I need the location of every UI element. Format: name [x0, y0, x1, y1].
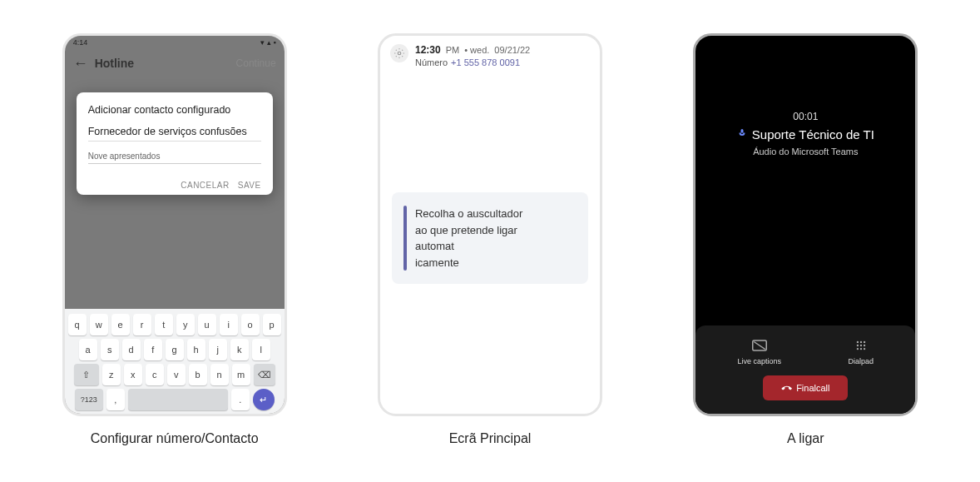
- continue-button[interactable]: Continue: [236, 57, 276, 69]
- key-h[interactable]: h: [187, 339, 205, 360]
- key-c[interactable]: c: [146, 364, 164, 385]
- cancel-button[interactable]: CANCELAR: [181, 181, 229, 190]
- number-row: Número +1 555 878 0091: [415, 57, 530, 67]
- topbar-main: 12:30 PM • wed. 09/21/22 Número +1 555 8…: [380, 36, 600, 76]
- gear-icon[interactable]: [390, 44, 408, 62]
- date-prefix: • wed.: [464, 45, 489, 55]
- dialpad-label: Dialpad: [849, 357, 874, 365]
- modal-title: Adicionar contacto configurado: [88, 104, 261, 116]
- ampm: PM: [446, 45, 460, 55]
- time-row: 12:30 PM • wed. 09/21/22: [415, 44, 530, 56]
- svg-point-6: [857, 345, 859, 346]
- key-shift[interactable]: ⇧: [74, 364, 99, 385]
- dialpad-icon: [853, 337, 869, 354]
- add-contact-modal: Adicionar contacto configurado Fornecedo…: [77, 92, 273, 195]
- key-enter[interactable]: ↵: [253, 389, 275, 410]
- svg-point-9: [857, 348, 859, 350]
- number-value: +1 555 878 0091: [451, 57, 520, 67]
- key-g[interactable]: g: [166, 339, 184, 360]
- key-period[interactable]: .: [231, 389, 250, 410]
- end-call-button[interactable]: Finalcall: [763, 375, 848, 400]
- key-n[interactable]: n: [210, 364, 229, 385]
- key-q[interactable]: q: [68, 314, 87, 335]
- panel-calling: 00:01 Suporte Técnico de TI Áudio do Mic…: [693, 33, 918, 446]
- key-z[interactable]: z: [102, 364, 121, 385]
- live-captions-label: Live captions: [738, 357, 782, 365]
- svg-point-4: [860, 341, 862, 343]
- key-r[interactable]: r: [133, 314, 151, 335]
- key-symbols[interactable]: ?123: [75, 389, 103, 410]
- number-label: Número: [415, 57, 448, 67]
- dialpad-button[interactable]: Dialpad: [849, 337, 874, 365]
- modal-field[interactable]: Nove apresentados: [88, 152, 261, 164]
- svg-point-0: [398, 52, 401, 55]
- key-comma[interactable]: ,: [106, 389, 125, 410]
- topbar: ← Hotline Continue: [65, 49, 285, 77]
- key-d[interactable]: d: [122, 339, 141, 360]
- svg-point-7: [860, 345, 862, 346]
- status-time: 4:14: [73, 38, 88, 47]
- date: 09/21/22: [494, 45, 530, 55]
- key-i[interactable]: i: [220, 314, 238, 335]
- caption-calling: A ligar: [787, 431, 824, 446]
- svg-point-3: [857, 341, 859, 343]
- svg-point-11: [864, 348, 865, 350]
- key-row-2: a s d f g h j k l: [68, 339, 281, 360]
- captions-icon: [751, 337, 768, 354]
- key-row-3: ⇧ z x c v b n m ⌫: [68, 364, 281, 385]
- key-space[interactable]: [128, 389, 228, 410]
- key-a[interactable]: a: [79, 339, 97, 360]
- call-name-row: Suporte Técnico de TI: [695, 127, 915, 142]
- status-bar: 4:14 ▾ ▴ ▪: [65, 36, 285, 49]
- key-s[interactable]: s: [101, 339, 119, 360]
- call-subtitle: Áudio do Microsoft Teams: [695, 147, 915, 157]
- phone-configure: 4:14 ▾ ▴ ▪ ← Hotline Continue Adicionar …: [62, 33, 287, 416]
- key-row-4: ?123 , . ↵: [68, 389, 281, 410]
- key-t[interactable]: t: [155, 314, 173, 335]
- key-e[interactable]: e: [111, 314, 130, 335]
- card-accent-bar: [403, 206, 407, 271]
- back-icon[interactable]: ←: [73, 55, 88, 72]
- key-x[interactable]: x: [124, 364, 142, 385]
- modal-actions: CANCELAR SAVE: [88, 181, 261, 190]
- phone-calling: 00:01 Suporte Técnico de TI Áudio do Mic…: [693, 33, 918, 416]
- key-row-1: q w e r t y u i o p: [68, 314, 281, 335]
- key-b[interactable]: b: [189, 364, 207, 385]
- key-y[interactable]: y: [176, 314, 195, 335]
- call-name: Suporte Técnico de TI: [752, 127, 874, 142]
- instruction-card: Recolha o auscultador ao que pretende li…: [392, 192, 588, 284]
- mic-icon: [737, 127, 747, 142]
- live-captions-button[interactable]: Live captions: [738, 337, 782, 365]
- end-call-label: Finalcall: [796, 383, 829, 393]
- call-controls: Live captions Dialpad: [695, 325, 915, 414]
- panel-configure: 4:14 ▾ ▴ ▪ ← Hotline Continue Adicionar …: [62, 33, 287, 446]
- save-button[interactable]: SAVE: [238, 181, 261, 190]
- topbar-title: Hotline: [95, 57, 134, 70]
- caption-configure: Configurar número/Contacto: [91, 431, 259, 446]
- svg-point-5: [864, 341, 865, 343]
- svg-line-2: [754, 342, 765, 350]
- key-v[interactable]: v: [167, 364, 186, 385]
- key-m[interactable]: m: [232, 364, 250, 385]
- call-timer: 00:01: [695, 111, 915, 122]
- card-message: Recolha o auscultador ao que pretende li…: [415, 206, 522, 271]
- caption-main: Ecrã Principal: [449, 431, 532, 446]
- topbar-info: 12:30 PM • wed. 09/21/22 Número +1 555 8…: [415, 44, 530, 67]
- key-w[interactable]: w: [90, 314, 108, 335]
- key-k[interactable]: k: [230, 339, 249, 360]
- key-u[interactable]: u: [198, 314, 216, 335]
- key-backspace[interactable]: ⌫: [254, 364, 275, 385]
- soft-keyboard[interactable]: q w e r t y u i o p a s d f g h j k l: [65, 309, 285, 414]
- key-p[interactable]: p: [263, 314, 281, 335]
- svg-point-8: [864, 345, 865, 346]
- key-o[interactable]: o: [241, 314, 260, 335]
- key-l[interactable]: l: [252, 339, 270, 360]
- status-icons: ▾ ▴ ▪: [260, 38, 275, 47]
- key-j[interactable]: j: [209, 339, 227, 360]
- key-f[interactable]: f: [144, 339, 162, 360]
- hangup-icon: [779, 380, 794, 395]
- svg-point-10: [860, 348, 862, 350]
- modal-subtitle: Fornecedor de serviços confusões: [88, 126, 261, 142]
- call-controls-row: Live captions Dialpad: [704, 337, 907, 365]
- panel-main: 12:30 PM • wed. 09/21/22 Número +1 555 8…: [378, 33, 602, 446]
